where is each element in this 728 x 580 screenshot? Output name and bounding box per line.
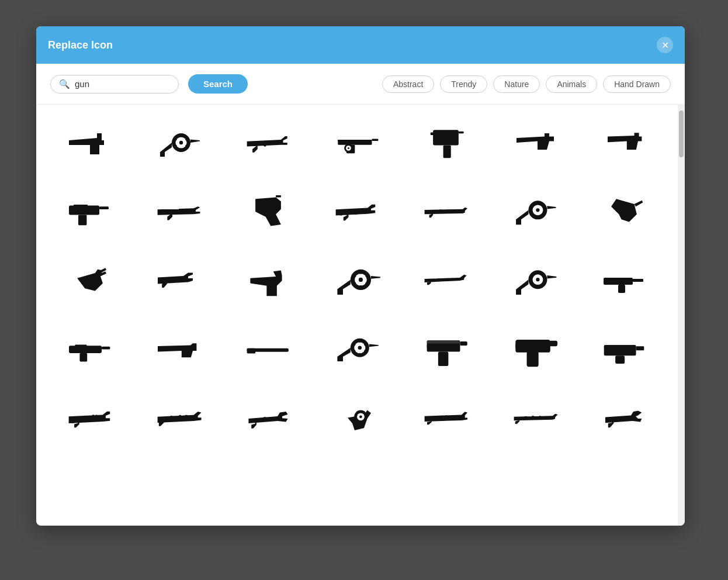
svg-rect-72 [438,352,449,367]
svg-point-42 [365,282,368,285]
icon-cell-pistol-grip[interactable] [226,179,310,244]
svg-rect-17 [443,145,451,158]
search-input[interactable] [75,79,168,89]
svg-point-3 [180,134,183,137]
dialog-toolbar: 🔍 Search Abstract Trendy Nature Animals … [36,64,685,105]
svg-rect-16 [433,130,459,145]
icon-cell-revolver-snub[interactable] [315,386,399,451]
svg-point-4 [180,149,183,151]
svg-point-30 [531,205,533,208]
icon-cell-uzi-side[interactable] [48,179,132,244]
scrollbar-track[interactable] [678,105,685,526]
icon-cell-revolver-1[interactable] [137,111,221,175]
svg-rect-18 [431,133,435,135]
icon-cell-rifle-assault[interactable] [48,386,132,451]
icon-cell-rifle-long[interactable] [404,179,488,244]
icon-cell-shotgun-long[interactable] [226,317,310,382]
svg-point-6 [174,144,177,147]
svg-rect-22 [99,206,109,209]
svg-rect-73 [460,341,467,346]
filter-tag-hand-drawn[interactable]: Hand Drawn [603,75,671,93]
svg-point-5 [174,138,177,141]
svg-point-37 [359,271,362,274]
svg-rect-77 [527,352,538,367]
icon-cell-revolver-western[interactable] [493,248,577,313]
svg-rect-82 [636,346,644,350]
svg-rect-75 [427,340,460,343]
icon-cell-revolver-small[interactable] [493,179,577,244]
icon-cell-derringer[interactable] [582,179,666,244]
svg-point-51 [542,282,545,284]
svg-point-29 [536,216,539,218]
svg-point-67 [353,343,355,346]
icon-cell-pistol-tiny[interactable] [582,248,666,313]
svg-point-49 [531,282,533,284]
svg-rect-57 [102,347,110,350]
svg-point-38 [359,285,362,288]
icon-cell-rifle-western[interactable] [404,248,488,313]
svg-point-85 [359,415,362,418]
svg-point-46 [536,271,539,274]
icon-cell-flintlock2[interactable] [582,386,666,451]
svg-point-28 [536,202,539,205]
icon-grid-container[interactable] [36,105,678,526]
svg-point-7 [186,138,189,141]
svg-point-64 [358,346,362,350]
search-button[interactable]: Search [188,74,248,94]
svg-point-70 [364,350,366,352]
icon-cell-revolver-big[interactable] [315,248,399,313]
svg-point-69 [364,343,366,346]
svg-rect-56 [80,353,88,361]
svg-point-32 [542,205,545,208]
icon-cell-shotgun-short[interactable] [137,248,221,313]
svg-rect-19 [459,132,464,134]
icon-cell-pistol-compact[interactable] [582,317,666,382]
icon-cell-uzi-top[interactable] [404,111,488,175]
icon-cell-rifle-ak2[interactable] [315,179,399,244]
icon-cell-pistol-1911[interactable] [404,317,488,382]
svg-point-50 [542,275,545,277]
icon-cell-pistol-1911-outline[interactable] [493,317,577,382]
filter-tag-animals[interactable]: Animals [546,75,597,93]
icon-cell-rifle-1[interactable] [226,111,310,175]
icon-cell-rifle-sniper[interactable] [137,386,221,451]
search-wrapper: 🔍 [50,75,179,94]
svg-point-47 [536,285,539,288]
icon-cell-rifle-musket[interactable] [493,386,577,451]
dialog-title: Replace Icon [48,39,113,51]
icon-cell-revolver-star[interactable] [315,317,399,382]
svg-rect-52 [604,278,633,285]
icon-cell-pistol-classic[interactable] [493,111,577,175]
icon-cell-pistol-1[interactable] [48,111,132,175]
filter-tag-nature[interactable]: Nature [493,75,540,93]
icon-cell-derringer-double[interactable] [48,248,132,313]
icon-cell-tommy-gun[interactable] [315,111,399,175]
icon-cell-rifle-bolt[interactable] [404,386,488,451]
svg-rect-23 [69,208,74,209]
svg-point-41 [365,275,368,278]
close-button[interactable]: ✕ [657,37,673,53]
svg-rect-11 [372,139,378,141]
icon-cell-pistol-flat[interactable] [137,317,221,382]
svg-point-8 [186,144,189,147]
svg-rect-53 [618,285,625,293]
svg-rect-80 [604,345,636,355]
svg-point-65 [359,340,361,342]
svg-point-27 [536,208,539,212]
scrollbar-thumb[interactable] [679,111,684,157]
icon-cell-smg-compact[interactable] [48,317,132,382]
search-icon: 🔍 [59,79,70,89]
svg-rect-78 [549,341,556,346]
svg-rect-81 [615,355,625,364]
svg-rect-54 [633,279,643,282]
icon-cell-pistol-modern[interactable] [582,111,666,175]
svg-point-40 [353,282,356,285]
replace-icon-dialog: Replace Icon ✕ 🔍 Search Abstract Trendy … [36,26,685,526]
filter-tag-trendy[interactable]: Trendy [440,75,487,93]
svg-point-66 [359,353,361,355]
icon-cell-flintlock[interactable] [226,386,310,451]
svg-point-48 [531,275,533,277]
icon-cell-rifle-modern[interactable] [137,179,221,244]
icon-cell-pistol-luger[interactable] [226,248,310,313]
filter-tag-abstract[interactable]: Abstract [382,75,434,93]
